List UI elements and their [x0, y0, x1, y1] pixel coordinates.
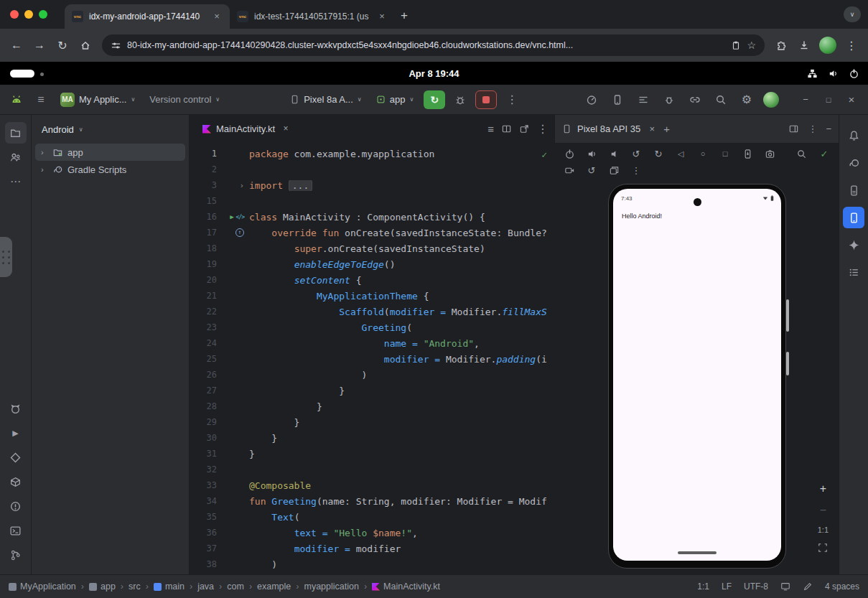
android-back-icon[interactable]: ◁: [673, 147, 688, 160]
code-line[interactable]: 31}: [190, 446, 554, 462]
network-icon[interactable]: [807, 68, 818, 79]
browser-menu-icon[interactable]: ⋮: [841, 34, 862, 56]
breadcrumb-item[interactable]: example: [257, 581, 291, 592]
problems-tool-icon[interactable]: [5, 495, 27, 517]
code-line[interactable]: 3›import ...: [190, 177, 554, 193]
build-tool-icon[interactable]: [5, 471, 27, 492]
code-line[interactable]: 23 Greeting(: [190, 319, 554, 335]
profiler-icon[interactable]: [582, 90, 601, 109]
code-line[interactable]: 16▶</>class MainActivity : ComponentActi…: [190, 209, 554, 225]
run-gutter-icon[interactable]: ▶: [230, 213, 233, 220]
split-editor-icon[interactable]: [501, 123, 512, 134]
screen-record-icon[interactable]: [562, 164, 577, 177]
camera-icon[interactable]: [762, 147, 777, 160]
android-overview-icon[interactable]: □: [718, 147, 732, 160]
device-explorer-icon[interactable]: [843, 179, 864, 201]
version-control-icon[interactable]: [5, 544, 27, 566]
code-line[interactable]: 18 super.onCreate(savedInstanceState): [190, 240, 554, 256]
tab-search-button[interactable]: ∨: [844, 6, 861, 22]
code-area[interactable]: ✓ 1package com.example.myapplication23›i…: [190, 144, 554, 574]
browser-tab-1[interactable]: vnc idx-my-android-app-1744140 ×: [65, 4, 230, 29]
device-power-icon[interactable]: [562, 147, 577, 160]
site-settings-icon[interactable]: [111, 40, 121, 51]
terminal-tool-icon[interactable]: [5, 520, 27, 541]
code-line[interactable]: 36 text = "Hello $name!",: [190, 525, 554, 541]
override-gutter-icon[interactable]: ↑: [235, 228, 244, 237]
code-line[interactable]: 32: [190, 462, 554, 477]
snapshots-icon[interactable]: [607, 164, 621, 177]
debug-button[interactable]: [451, 90, 470, 109]
expand-chevron-icon[interactable]: ›: [41, 165, 48, 174]
zoom-fit-button[interactable]: [818, 543, 828, 553]
code-line[interactable]: 22 Scaffold(modifier = Modifier.fillMaxS: [190, 304, 554, 319]
code-line[interactable]: 37 modifier = modifier: [190, 541, 554, 556]
device-manager-icon[interactable]: [608, 90, 627, 109]
close-tab-icon[interactable]: ×: [376, 11, 388, 22]
emulator-phone[interactable]: 7:43 Hello Android!: [608, 184, 786, 569]
display-icon[interactable]: [780, 581, 790, 592]
app-inspection-icon[interactable]: [660, 90, 678, 109]
rotate-right-icon[interactable]: ↻: [651, 147, 666, 160]
breadcrumb-item[interactable]: MainActivity.kt: [372, 581, 440, 592]
editor-list-icon[interactable]: ≡: [487, 123, 494, 135]
home-button[interactable]: [75, 34, 96, 56]
expand-chevron-icon[interactable]: ›: [41, 148, 48, 156]
device-more-icon[interactable]: ⋮: [629, 164, 643, 177]
inspections-ok-icon[interactable]: ✓: [541, 149, 547, 160]
novnc-handle[interactable]: [0, 237, 12, 277]
forward-button[interactable]: →: [29, 34, 50, 56]
extensions-icon[interactable]: [770, 34, 792, 56]
new-tab-button[interactable]: +: [395, 9, 415, 29]
ide-close-icon[interactable]: ×: [842, 90, 861, 109]
volume-down-icon[interactable]: [607, 147, 621, 160]
breadcrumb-item[interactable]: app: [89, 581, 116, 592]
resource-manager-icon[interactable]: [5, 146, 27, 168]
zoom-out-button[interactable]: −: [820, 504, 826, 517]
user-avatar[interactable]: [763, 92, 779, 108]
ide-minimize-icon[interactable]: −: [796, 90, 815, 109]
pen-icon[interactable]: [803, 581, 813, 592]
detach-editor-icon[interactable]: [519, 123, 530, 134]
phone-screen[interactable]: 7:43 Hello Android!: [613, 189, 781, 561]
breadcrumb-item[interactable]: myapplication: [304, 581, 358, 592]
fullscreen-window-button[interactable]: [39, 10, 47, 19]
sound-icon[interactable]: [828, 68, 839, 79]
preview-gutter-icon[interactable]: </>: [236, 214, 244, 220]
tree-item-app[interactable]: › app: [35, 144, 185, 161]
ide-maximize-icon[interactable]: □: [819, 90, 838, 109]
profile-avatar[interactable]: [819, 37, 836, 54]
device-tab-label[interactable]: Pixel 8a API 35: [577, 123, 640, 134]
stop-button[interactable]: [475, 90, 497, 109]
code-line[interactable]: 24 name = "Android",: [190, 335, 554, 351]
logcat-tool-icon[interactable]: [5, 398, 27, 419]
toolbar-more-icon[interactable]: ⋮: [503, 90, 521, 109]
logcat-icon[interactable]: [634, 90, 653, 109]
code-line[interactable]: 17↑ override fun onCreate(savedInstanceS…: [190, 225, 554, 240]
url-text[interactable]: 80-idx-my-android-app-1744140290428.clus…: [127, 40, 725, 50]
notifications-icon[interactable]: [843, 125, 864, 146]
code-line[interactable]: 26 ): [190, 367, 554, 383]
activities-pill[interactable]: [10, 70, 34, 78]
screenshot-icon[interactable]: [740, 147, 755, 160]
zoom-mode-icon[interactable]: [794, 147, 808, 160]
minimize-window-button[interactable]: [24, 10, 33, 19]
running-devices-icon[interactable]: [843, 207, 864, 228]
main-menu-icon[interactable]: ≡: [32, 90, 50, 109]
rerun-button[interactable]: ↻: [424, 90, 445, 109]
code-line[interactable]: 20 setContent {: [190, 272, 554, 288]
more-tool-windows-icon[interactable]: ⋯: [5, 171, 27, 192]
code-line[interactable]: 19 enableEdgeToEdge(): [190, 256, 554, 272]
breadcrumb-item[interactable]: java: [197, 581, 214, 592]
build-variants-icon[interactable]: [843, 261, 864, 283]
rotate-left-icon[interactable]: ↺: [629, 147, 643, 160]
panel-more-icon[interactable]: ⋮: [808, 123, 817, 134]
code-line[interactable]: 35 Text(: [190, 509, 554, 525]
code-line[interactable]: 33@Composable: [190, 477, 554, 493]
close-device-tab-icon[interactable]: ×: [646, 123, 658, 135]
project-widget[interactable]: MA My Applic... ∨: [56, 90, 139, 110]
back-button[interactable]: ←: [6, 34, 27, 56]
run-tool-icon[interactable]: ▶: [5, 422, 27, 444]
reload-button[interactable]: ↻: [52, 34, 73, 56]
settings-icon[interactable]: ⚙: [737, 90, 756, 109]
code-line[interactable]: 25 modifier = Modifier.padding(i: [190, 351, 554, 367]
